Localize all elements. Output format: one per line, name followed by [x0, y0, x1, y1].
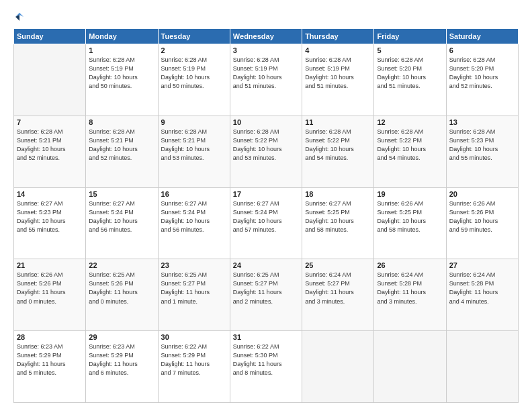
calendar-cell: [446, 331, 518, 403]
calendar-cell: 6Sunrise: 6:28 AM Sunset: 5:20 PM Daylig…: [446, 44, 518, 116]
day-detail: Sunrise: 6:22 AM Sunset: 5:30 PM Dayligh…: [233, 342, 299, 377]
calendar-cell: 31Sunrise: 6:22 AM Sunset: 5:30 PM Dayli…: [230, 331, 302, 403]
calendar-cell: 8Sunrise: 6:28 AM Sunset: 5:21 PM Daylig…: [86, 116, 158, 187]
calendar-cell: 5Sunrise: 6:28 AM Sunset: 5:20 PM Daylig…: [374, 44, 446, 116]
calendar-cell: 14Sunrise: 6:27 AM Sunset: 5:23 PM Dayli…: [14, 187, 86, 259]
calendar-table: SundayMondayTuesdayWednesdayThursdayFrid…: [13, 28, 519, 403]
day-number: 17: [233, 190, 299, 198]
calendar-cell: 19Sunrise: 6:26 AM Sunset: 5:25 PM Dayli…: [374, 187, 446, 259]
calendar-body: 1Sunrise: 6:28 AM Sunset: 5:19 PM Daylig…: [14, 44, 519, 403]
calendar-cell: 28Sunrise: 6:23 AM Sunset: 5:29 PM Dayli…: [14, 331, 86, 403]
day-detail: Sunrise: 6:26 AM Sunset: 5:26 PM Dayligh…: [17, 271, 83, 306]
day-detail: Sunrise: 6:28 AM Sunset: 5:21 PM Dayligh…: [89, 128, 154, 163]
calendar-cell: [374, 331, 446, 403]
calendar-cell: 26Sunrise: 6:24 AM Sunset: 5:28 PM Dayli…: [374, 259, 446, 331]
col-header-friday: Friday: [374, 29, 446, 44]
day-detail: Sunrise: 6:27 AM Sunset: 5:24 PM Dayligh…: [233, 199, 299, 234]
day-number: 11: [305, 118, 371, 126]
day-detail: Sunrise: 6:28 AM Sunset: 5:23 PM Dayligh…: [449, 128, 515, 163]
day-detail: Sunrise: 6:28 AM Sunset: 5:21 PM Dayligh…: [17, 128, 83, 163]
calendar-cell: 2Sunrise: 6:28 AM Sunset: 5:19 PM Daylig…: [158, 44, 230, 116]
day-detail: Sunrise: 6:25 AM Sunset: 5:27 PM Dayligh…: [161, 271, 227, 306]
day-detail: Sunrise: 6:28 AM Sunset: 5:19 PM Dayligh…: [161, 56, 227, 91]
col-header-tuesday: Tuesday: [158, 29, 230, 44]
day-number: 7: [17, 118, 83, 126]
day-detail: Sunrise: 6:24 AM Sunset: 5:27 PM Dayligh…: [305, 271, 371, 306]
day-detail: Sunrise: 6:28 AM Sunset: 5:20 PM Dayligh…: [449, 56, 515, 91]
day-number: 23: [161, 261, 227, 269]
day-number: 25: [305, 261, 371, 269]
day-detail: Sunrise: 6:28 AM Sunset: 5:22 PM Dayligh…: [377, 128, 443, 163]
day-detail: Sunrise: 6:24 AM Sunset: 5:28 PM Dayligh…: [449, 271, 515, 306]
calendar-cell: 4Sunrise: 6:28 AM Sunset: 5:19 PM Daylig…: [302, 44, 374, 116]
day-detail: Sunrise: 6:24 AM Sunset: 5:28 PM Dayligh…: [377, 271, 443, 306]
week-row-5: 28Sunrise: 6:23 AM Sunset: 5:29 PM Dayli…: [14, 331, 519, 403]
calendar-cell: [14, 44, 86, 116]
day-number: 21: [17, 261, 83, 269]
day-number: 10: [233, 118, 299, 126]
day-number: 13: [449, 118, 515, 126]
col-header-thursday: Thursday: [302, 29, 374, 44]
calendar-cell: 10Sunrise: 6:28 AM Sunset: 5:22 PM Dayli…: [230, 116, 302, 187]
calendar-cell: 27Sunrise: 6:24 AM Sunset: 5:28 PM Dayli…: [446, 259, 518, 331]
day-number: 8: [89, 118, 154, 126]
col-header-sunday: Sunday: [14, 29, 86, 44]
day-number: 15: [89, 190, 154, 198]
day-detail: Sunrise: 6:28 AM Sunset: 5:19 PM Dayligh…: [233, 56, 299, 91]
header-row: SundayMondayTuesdayWednesdayThursdayFrid…: [14, 29, 519, 44]
calendar-cell: 24Sunrise: 6:25 AM Sunset: 5:27 PM Dayli…: [230, 259, 302, 331]
day-number: 16: [161, 190, 227, 198]
calendar-cell: 23Sunrise: 6:25 AM Sunset: 5:27 PM Dayli…: [158, 259, 230, 331]
week-row-4: 21Sunrise: 6:26 AM Sunset: 5:26 PM Dayli…: [14, 259, 519, 331]
day-detail: Sunrise: 6:27 AM Sunset: 5:23 PM Dayligh…: [17, 199, 83, 234]
day-number: 24: [233, 261, 299, 269]
calendar-cell: 7Sunrise: 6:28 AM Sunset: 5:21 PM Daylig…: [14, 116, 86, 187]
day-number: 19: [377, 190, 443, 198]
calendar-cell: 21Sunrise: 6:26 AM Sunset: 5:26 PM Dayli…: [14, 259, 86, 331]
calendar-cell: 29Sunrise: 6:23 AM Sunset: 5:29 PM Dayli…: [86, 331, 158, 403]
day-number: 3: [233, 46, 299, 54]
calendar-cell: 18Sunrise: 6:27 AM Sunset: 5:25 PM Dayli…: [302, 187, 374, 259]
day-number: 31: [233, 333, 299, 341]
day-detail: Sunrise: 6:28 AM Sunset: 5:19 PM Dayligh…: [305, 56, 371, 91]
day-detail: Sunrise: 6:22 AM Sunset: 5:29 PM Dayligh…: [161, 342, 227, 377]
day-number: 6: [449, 46, 515, 54]
day-detail: Sunrise: 6:23 AM Sunset: 5:29 PM Dayligh…: [89, 342, 154, 377]
calendar-cell: [302, 331, 374, 403]
calendar-header: SundayMondayTuesdayWednesdayThursdayFrid…: [14, 29, 519, 44]
day-number: 26: [377, 261, 443, 269]
day-number: 29: [89, 333, 154, 341]
calendar-cell: 16Sunrise: 6:27 AM Sunset: 5:24 PM Dayli…: [158, 187, 230, 259]
calendar-cell: 15Sunrise: 6:27 AM Sunset: 5:24 PM Dayli…: [86, 187, 158, 259]
calendar-cell: 20Sunrise: 6:26 AM Sunset: 5:26 PM Dayli…: [446, 187, 518, 259]
calendar-cell: 22Sunrise: 6:25 AM Sunset: 5:26 PM Dayli…: [86, 259, 158, 331]
day-detail: Sunrise: 6:28 AM Sunset: 5:22 PM Dayligh…: [233, 128, 299, 163]
calendar-cell: 17Sunrise: 6:27 AM Sunset: 5:24 PM Dayli…: [230, 187, 302, 259]
day-detail: Sunrise: 6:28 AM Sunset: 5:22 PM Dayligh…: [305, 128, 371, 163]
calendar-cell: 25Sunrise: 6:24 AM Sunset: 5:27 PM Dayli…: [302, 259, 374, 331]
day-number: 30: [161, 333, 227, 341]
logo-icon: [13, 11, 26, 23]
calendar-cell: 1Sunrise: 6:28 AM Sunset: 5:19 PM Daylig…: [86, 44, 158, 116]
calendar-cell: 12Sunrise: 6:28 AM Sunset: 5:22 PM Dayli…: [374, 116, 446, 187]
col-header-saturday: Saturday: [446, 29, 518, 44]
day-number: 12: [377, 118, 443, 126]
day-detail: Sunrise: 6:27 AM Sunset: 5:25 PM Dayligh…: [305, 199, 371, 234]
day-number: 4: [305, 46, 371, 54]
day-detail: Sunrise: 6:26 AM Sunset: 5:25 PM Dayligh…: [377, 199, 443, 234]
day-detail: Sunrise: 6:28 AM Sunset: 5:21 PM Dayligh…: [161, 128, 227, 163]
page: SundayMondayTuesdayWednesdayThursdayFrid…: [0, 0, 532, 411]
day-number: 14: [17, 190, 83, 198]
day-number: 28: [17, 333, 83, 341]
calendar-cell: 11Sunrise: 6:28 AM Sunset: 5:22 PM Dayli…: [302, 116, 374, 187]
logo: [13, 11, 28, 21]
col-header-monday: Monday: [86, 29, 158, 44]
week-row-2: 7Sunrise: 6:28 AM Sunset: 5:21 PM Daylig…: [14, 116, 519, 187]
calendar-cell: 3Sunrise: 6:28 AM Sunset: 5:19 PM Daylig…: [230, 44, 302, 116]
header: [13, 11, 519, 21]
day-number: 27: [449, 261, 515, 269]
day-number: 18: [305, 190, 371, 198]
day-number: 5: [377, 46, 443, 54]
week-row-1: 1Sunrise: 6:28 AM Sunset: 5:19 PM Daylig…: [14, 44, 519, 116]
col-header-wednesday: Wednesday: [230, 29, 302, 44]
